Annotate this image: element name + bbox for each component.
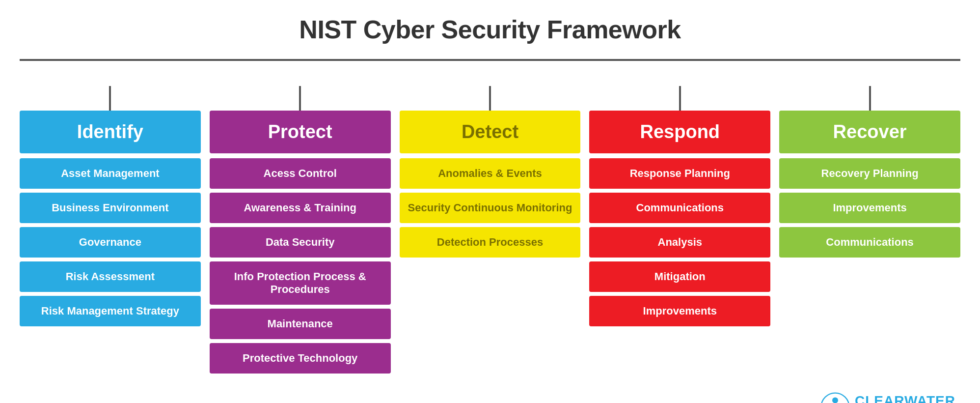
connector-recover: [869, 86, 871, 111]
connector-protect: [299, 86, 301, 111]
horizontal-connector-line: [20, 59, 960, 61]
item-protect-4: Maintenance: [210, 309, 391, 339]
svg-point-1: [832, 398, 838, 403]
columns-container: IdentifyAsset ManagementBusiness Environ…: [20, 86, 960, 377]
item-identify-4: Risk Management Strategy: [20, 296, 201, 326]
item-recover-1: Improvements: [779, 193, 960, 223]
item-protect-0: Acess Control: [210, 158, 391, 189]
logo-clearwater-text: CLEARWATER: [855, 394, 955, 403]
item-protect-3: Info Protection Process & Procedures: [210, 261, 391, 305]
logo-text: CLEARWATER COMPLIANCE: [855, 394, 955, 403]
item-respond-0: Response Planning: [589, 158, 770, 189]
logo-area: CLEARWATER COMPLIANCE: [15, 392, 955, 403]
item-detect-0: Anomalies & Events: [400, 158, 581, 189]
item-recover-2: Communications: [779, 227, 960, 258]
framework-diagram: IdentifyAsset ManagementBusiness Environ…: [20, 59, 960, 403]
item-protect-2: Data Security: [210, 227, 391, 258]
item-identify-2: Governance: [20, 227, 201, 258]
item-respond-4: Improvements: [589, 296, 770, 326]
column-protect: ProtectAcess ControlAwareness & Training…: [210, 86, 391, 377]
column-identify: IdentifyAsset ManagementBusiness Environ…: [20, 86, 201, 330]
column-recover: RecoverRecovery PlanningImprovementsComm…: [779, 86, 960, 261]
item-protect-1: Awareness & Training: [210, 193, 391, 223]
header-recover: Recover: [779, 111, 960, 153]
page-title: NIST Cyber Security Framework: [299, 15, 681, 44]
item-identify-3: Risk Assessment: [20, 261, 201, 292]
connector-respond: [679, 86, 681, 111]
column-respond: RespondResponse PlanningCommunicationsAn…: [589, 86, 770, 330]
clearwater-logo-icon: [820, 392, 850, 403]
connector-identify: [109, 86, 111, 111]
item-identify-1: Business Environment: [20, 193, 201, 223]
item-detect-2: Detection Processes: [400, 227, 581, 258]
header-identify: Identify: [20, 111, 201, 153]
header-protect: Protect: [210, 111, 391, 153]
item-respond-3: Mitigation: [589, 261, 770, 292]
header-detect: Detect: [400, 111, 581, 153]
item-respond-2: Analysis: [589, 227, 770, 258]
item-detect-1: Security Continuous Monitoring: [400, 193, 581, 223]
connector-detect: [489, 86, 491, 111]
item-protect-5: Protective Technology: [210, 343, 391, 374]
item-respond-1: Communications: [589, 193, 770, 223]
header-respond: Respond: [589, 111, 770, 153]
item-recover-0: Recovery Planning: [779, 158, 960, 189]
column-detect: DetectAnomalies & EventsSecurity Continu…: [400, 86, 581, 261]
item-identify-0: Asset Management: [20, 158, 201, 189]
